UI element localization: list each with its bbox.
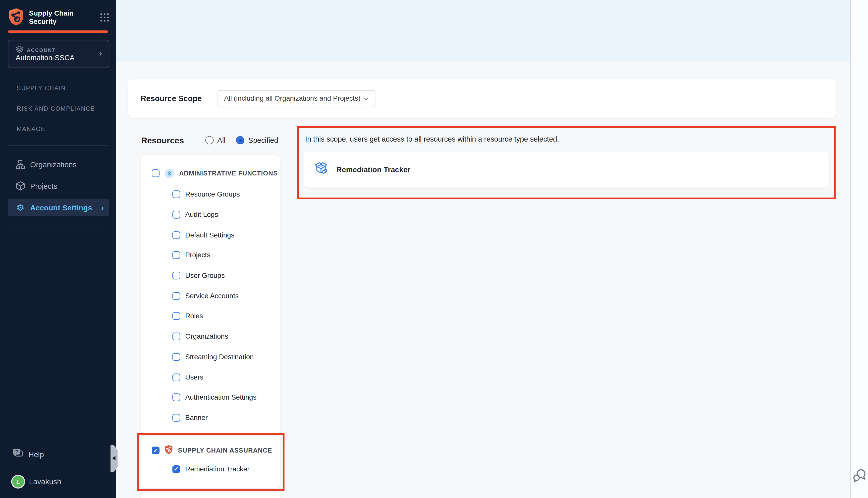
resources-mode-radios: All Specified <box>205 136 278 144</box>
resource-label: Default Settings <box>185 231 234 239</box>
resource-label: Projects <box>185 251 210 259</box>
resource-row: Roles <box>141 306 280 326</box>
resource-row: Remediation Tracker <box>141 459 280 479</box>
org-chart-icon <box>16 160 25 169</box>
resource-row: Users <box>141 367 280 387</box>
cube-icon <box>16 181 25 191</box>
page-header <box>116 0 850 62</box>
gear-badge-icon <box>165 168 174 178</box>
radio-all-icon[interactable] <box>205 136 213 144</box>
sidebar-section-supply-chain[interactable]: SUPPLY CHAIN <box>17 84 66 91</box>
resource-label: Users <box>185 373 204 381</box>
sidebar-item-label: Account Settings <box>30 203 92 212</box>
resource-row: Organizations <box>141 326 280 346</box>
checkbox-banner[interactable] <box>172 414 180 422</box>
checkbox-supply-chain-assurance[interactable] <box>152 447 159 454</box>
resource-scope-card: Resource Scope All (including all Organi… <box>128 79 835 118</box>
sidebar-item-label: Projects <box>30 182 57 190</box>
checkbox-user-groups[interactable] <box>172 272 180 280</box>
account-name: Automation-SSCA <box>16 54 74 62</box>
radio-all[interactable]: All <box>205 136 225 144</box>
radio-all-label: All <box>218 136 225 144</box>
chevron-right-icon: › <box>99 48 102 58</box>
resource-scope-dropdown[interactable]: All (including all Organizations and Pro… <box>218 90 375 107</box>
checkbox-projects[interactable] <box>172 251 180 259</box>
user-name: Lavakush <box>29 477 61 486</box>
checkbox-authentication-settings[interactable] <box>172 394 180 401</box>
help-button[interactable]: ? Help <box>12 448 44 461</box>
user-menu[interactable]: L Lavakush <box>12 476 61 487</box>
resource-row: Projects <box>141 245 280 265</box>
resource-label: Remediation Tracker <box>185 465 249 473</box>
resource-label: Banner <box>185 414 208 422</box>
checkbox-organizations[interactable] <box>172 332 180 340</box>
checkbox-remediation-tracker[interactable] <box>172 465 180 473</box>
help-label: Help <box>28 450 44 459</box>
app-root: Supply ChainSecurity ACCOUNT Automation-… <box>0 0 868 498</box>
triangle-left-icon <box>112 456 115 460</box>
checkbox-roles[interactable] <box>172 312 180 320</box>
selected-resource-label: Remediation Tracker <box>336 166 410 174</box>
sidebar-item-projects[interactable]: Projects <box>8 177 109 195</box>
account-selector[interactable]: ACCOUNT Automation-SSCA › <box>8 40 109 68</box>
group-label: SUPPLY CHAIN ASSURANCE <box>178 447 272 454</box>
sidebar: Supply ChainSecurity ACCOUNT Automation-… <box>0 0 116 498</box>
resource-row: Banner <box>141 408 280 428</box>
resource-label: Audit Logs <box>185 211 218 219</box>
scope-info-panel: In this scope, users get access to all r… <box>297 126 835 199</box>
resource-label: User Groups <box>185 272 224 280</box>
resource-row: Audit Logs <box>141 205 280 225</box>
checkbox-default-settings[interactable] <box>172 231 180 239</box>
radio-specified-icon[interactable] <box>236 136 244 144</box>
sidebar-section-risk-and-compliance[interactable]: RISK AND COMPLIANCE <box>17 105 95 112</box>
avatar: L <box>12 476 24 487</box>
svg-text:?: ? <box>15 449 18 454</box>
resource-row: Resource Groups <box>141 184 280 205</box>
open-box-icon <box>313 161 328 178</box>
resource-scope-value: All (including all Organizations and Pro… <box>224 95 360 102</box>
checkbox-streaming-destination[interactable] <box>172 353 180 361</box>
sidebar-section-manage[interactable]: MANAGE <box>17 126 46 132</box>
group-label: ADMINISTRATIVE FUNCTIONS <box>179 170 278 176</box>
resource-label: Roles <box>185 312 203 320</box>
resource-row: Service Accounts <box>141 286 280 306</box>
chat-bubbles-icon[interactable] <box>852 468 867 485</box>
sidebar-item-organizations[interactable]: Organizations <box>8 155 109 173</box>
resources-header: Resources All Specified <box>141 135 286 145</box>
sidebar-divider <box>8 145 108 146</box>
account-label: ACCOUNT <box>27 48 56 53</box>
help-chat-icon: ? <box>12 448 23 461</box>
sidebar-collapse-handle[interactable] <box>111 445 118 472</box>
app-title: Supply ChainSecurity <box>29 10 73 26</box>
resources-heading: Resources <box>141 135 184 145</box>
gear-icon: ⚙ <box>16 203 25 212</box>
shield-badge-icon <box>165 445 173 456</box>
checkbox-audit-logs[interactable] <box>172 211 180 219</box>
radio-specified[interactable]: Specified <box>236 136 278 144</box>
resource-row: Authentication Settings <box>141 387 280 408</box>
resource-row: User Groups <box>141 265 280 286</box>
resource-label: Organizations <box>185 332 228 340</box>
sidebar-item-label: Organizations <box>30 160 77 168</box>
resource-label: Service Accounts <box>185 292 238 300</box>
checkbox-resource-groups[interactable] <box>172 191 180 198</box>
selected-resource-card: Remediation Tracker <box>304 152 829 187</box>
checkbox-administrative-functions[interactable] <box>152 169 159 177</box>
shield-logo-icon <box>8 8 25 28</box>
right-edge-strip <box>850 0 868 498</box>
checkbox-users[interactable] <box>172 373 180 381</box>
resource-label: Streaming Destination <box>185 353 254 361</box>
sidebar-item-account-settings[interactable]: ⚙ Account Settings › <box>8 198 109 217</box>
resource-label: Resource Groups <box>185 191 240 198</box>
next-resource-card-partial <box>141 493 280 498</box>
radio-specified-label: Specified <box>248 136 278 144</box>
brand-divider <box>8 30 108 32</box>
chevron-down-icon <box>363 95 368 102</box>
admin-functions-card: ADMINISTRATIVE FUNCTIONS Resource Groups… <box>141 155 280 434</box>
resource-group-row: SUPPLY CHAIN ASSURANCE <box>141 442 280 459</box>
app-grid-icon[interactable] <box>101 13 109 22</box>
resource-label: Authentication Settings <box>185 394 257 401</box>
checkbox-service-accounts[interactable] <box>172 292 180 300</box>
resource-row: Default Settings <box>141 225 280 245</box>
resource-group-row: ADMINISTRATIVE FUNCTIONS <box>141 162 280 184</box>
